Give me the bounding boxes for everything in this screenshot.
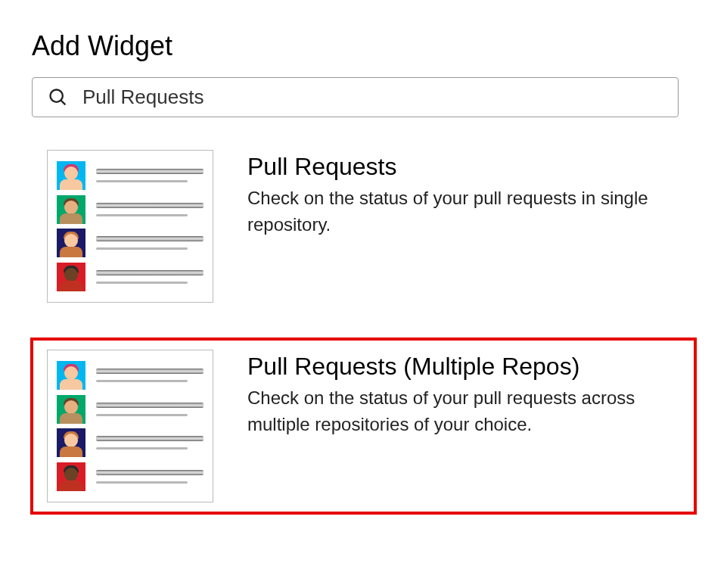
widget-card-pull-requests-multiple-repos[interactable]: Pull Requests (Multiple Repos) Check on … [30, 338, 697, 515]
preview-row [57, 195, 203, 224]
avatar-icon [57, 462, 85, 491]
widget-description: Check on the status of your pull request… [247, 385, 680, 438]
avatar-icon [57, 229, 85, 257]
widget-title: Pull Requests (Multiple Repos) [247, 353, 680, 381]
widget-description: Check on the status of your pull request… [247, 185, 680, 238]
search-icon [48, 87, 69, 108]
avatar-icon [57, 428, 85, 457]
avatar-icon [57, 395, 85, 424]
avatar-icon [57, 195, 85, 224]
widget-preview [47, 350, 213, 502]
svg-point-0 [51, 89, 63, 101]
preview-row [57, 229, 203, 257]
avatar-icon [57, 161, 85, 190]
avatar-icon [57, 263, 85, 291]
preview-row [57, 428, 203, 457]
search-input[interactable] [82, 86, 663, 109]
widget-list: Pull Requests Check on the status of you… [30, 136, 697, 515]
widget-text: Pull Requests (Multiple Repos) Check on … [247, 350, 680, 438]
page-title: Add Widget [32, 30, 697, 62]
preview-row [57, 161, 203, 190]
preview-row [57, 361, 203, 390]
preview-row [57, 395, 203, 424]
preview-row [57, 263, 203, 291]
widget-preview [47, 150, 213, 303]
widget-card-pull-requests[interactable]: Pull Requests Check on the status of you… [30, 138, 697, 315]
widget-title: Pull Requests [247, 153, 680, 181]
widget-text: Pull Requests Check on the status of you… [247, 150, 680, 238]
search-box[interactable] [32, 77, 679, 117]
svg-line-1 [61, 100, 66, 104]
avatar-icon [57, 361, 85, 390]
preview-row [57, 462, 203, 491]
